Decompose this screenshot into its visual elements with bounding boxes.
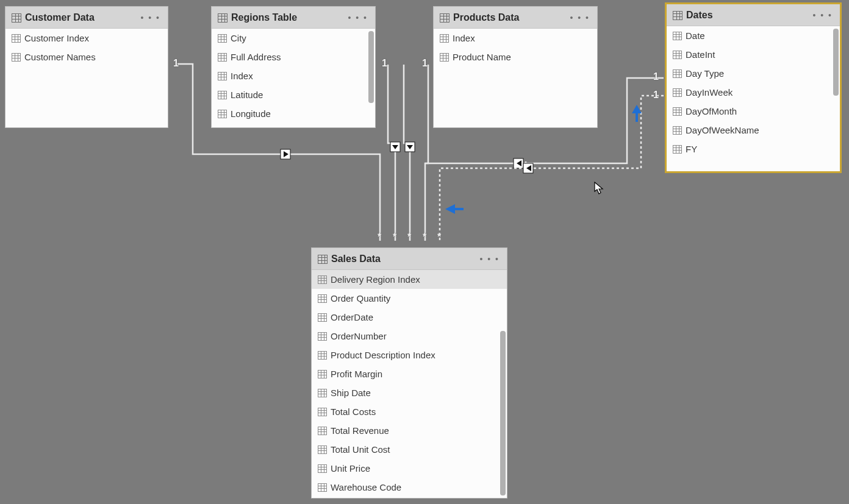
- table-dates[interactable]: Dates • • • Date DateInt Day Type DayInW…: [665, 2, 842, 173]
- svg-marker-9: [526, 165, 531, 171]
- field-item[interactable]: Day Type: [667, 64, 840, 83]
- field-item[interactable]: Unit Price: [312, 459, 507, 478]
- field-item[interactable]: FY: [667, 140, 840, 158]
- field-item[interactable]: Profit Margin: [312, 364, 507, 383]
- field-item[interactable]: Date: [667, 26, 840, 45]
- column-icon: [218, 72, 227, 80]
- svg-marker-11: [445, 204, 464, 214]
- table-title: Products Data: [453, 12, 569, 23]
- table-title: Sales Data: [331, 254, 479, 264]
- column-icon: [318, 445, 327, 454]
- field-list: Delivery Region Index Order Quantity Ord…: [312, 270, 507, 498]
- table-icon: [673, 11, 682, 20]
- column-icon: [673, 69, 682, 78]
- table-title: Regions Table: [231, 12, 347, 23]
- field-item[interactable]: Total Revenue: [312, 421, 507, 440]
- table-title: Customer Data: [25, 12, 140, 23]
- column-icon: [440, 53, 449, 62]
- field-item[interactable]: Longitude: [212, 104, 375, 123]
- svg-rect-6: [514, 158, 523, 168]
- field-item[interactable]: DayInWeek: [667, 83, 840, 102]
- field-list: City Full Address Index Latitude Longitu…: [212, 29, 375, 127]
- column-icon: [673, 51, 682, 59]
- column-icon: [673, 88, 682, 97]
- scrollbar-thumb[interactable]: [833, 29, 839, 96]
- table-products[interactable]: Products Data • • • Index Product Name: [433, 6, 598, 128]
- cardinality-many: *: [378, 232, 381, 243]
- table-icon: [440, 13, 450, 23]
- table-header[interactable]: Products Data • • •: [434, 7, 597, 29]
- table-icon: [218, 13, 227, 23]
- field-list: Index Product Name: [434, 29, 597, 127]
- cardinality-one: 1: [422, 58, 428, 69]
- field-item[interactable]: Full Address: [212, 48, 375, 66]
- field-item[interactable]: Delivery Region Index: [312, 270, 507, 289]
- column-icon: [218, 110, 227, 118]
- column-icon: [318, 464, 327, 473]
- field-item[interactable]: Warehouse Code: [312, 478, 507, 497]
- scrollbar-thumb[interactable]: [500, 331, 506, 495]
- svg-marker-1: [284, 151, 288, 157]
- field-item[interactable]: Ship Date: [312, 383, 507, 402]
- field-item[interactable]: Index: [212, 66, 375, 85]
- column-icon: [12, 53, 21, 62]
- column-icon: [673, 32, 682, 40]
- field-item[interactable]: Total Costs: [312, 402, 507, 421]
- more-options-icon[interactable]: • • •: [479, 256, 501, 262]
- field-item[interactable]: OrderDate: [312, 308, 507, 327]
- cardinality-one: 1: [653, 90, 659, 101]
- field-item[interactable]: Order Quantity: [312, 289, 507, 308]
- field-item[interactable]: Latitude: [212, 85, 375, 104]
- column-icon: [318, 408, 327, 416]
- table-customer-data[interactable]: Customer Data • • • Customer Index Custo…: [5, 6, 168, 128]
- scrollbar-thumb[interactable]: [368, 31, 374, 103]
- column-icon: [218, 53, 227, 62]
- table-header[interactable]: Customer Data • • •: [5, 7, 168, 29]
- more-options-icon[interactable]: • • •: [812, 12, 834, 18]
- svg-marker-12: [595, 182, 603, 194]
- table-header[interactable]: Sales Data • • •: [312, 248, 507, 270]
- table-icon: [12, 13, 21, 23]
- column-icon: [318, 294, 327, 303]
- table-regions[interactable]: Regions Table • • • City Full Address In…: [211, 6, 376, 128]
- more-options-icon[interactable]: • • •: [347, 15, 369, 21]
- cardinality-one: 1: [382, 58, 387, 69]
- cardinality-many: *: [393, 232, 396, 243]
- svg-rect-4: [405, 142, 415, 152]
- column-icon: [318, 351, 327, 360]
- column-icon: [218, 91, 227, 99]
- column-icon: [318, 389, 327, 397]
- table-header[interactable]: Dates • • •: [667, 4, 840, 26]
- field-item[interactable]: Product Description Index: [312, 346, 507, 364]
- field-item[interactable]: Customer Names: [5, 48, 168, 66]
- model-canvas[interactable]: 1 1 1 1 1 * * * * * Customer Data • • • …: [0, 0, 849, 504]
- column-icon: [318, 332, 327, 341]
- table-header[interactable]: Regions Table • • •: [212, 7, 375, 29]
- svg-marker-7: [517, 160, 521, 166]
- column-icon: [218, 34, 227, 43]
- cardinality-one: 1: [173, 58, 179, 69]
- column-icon: [673, 107, 682, 116]
- field-item[interactable]: Total Unit Cost: [312, 440, 507, 459]
- field-item[interactable]: DateInt: [667, 45, 840, 64]
- column-icon: [318, 483, 327, 492]
- column-icon: [318, 370, 327, 378]
- table-icon: [318, 255, 328, 264]
- table-sales[interactable]: Sales Data • • • Delivery Region Index O…: [311, 247, 507, 499]
- column-icon: [673, 145, 682, 154]
- field-item[interactable]: OrderNumber: [312, 327, 507, 346]
- field-item[interactable]: City: [212, 29, 375, 48]
- svg-rect-0: [281, 149, 290, 159]
- more-options-icon[interactable]: • • •: [140, 15, 162, 21]
- field-list: Date DateInt Day Type DayInWeek DayOfMon…: [667, 26, 840, 171]
- field-item[interactable]: Product Name: [434, 48, 597, 66]
- column-icon: [318, 313, 327, 322]
- svg-rect-8: [523, 163, 533, 173]
- field-item[interactable]: Customer Index: [5, 29, 168, 48]
- more-options-icon[interactable]: • • •: [569, 15, 591, 21]
- column-icon: [440, 34, 449, 43]
- field-item[interactable]: DayOfMonth: [667, 102, 840, 121]
- column-icon: [12, 34, 21, 43]
- field-item[interactable]: Index: [434, 29, 597, 48]
- field-item[interactable]: DayOfWeekName: [667, 121, 840, 140]
